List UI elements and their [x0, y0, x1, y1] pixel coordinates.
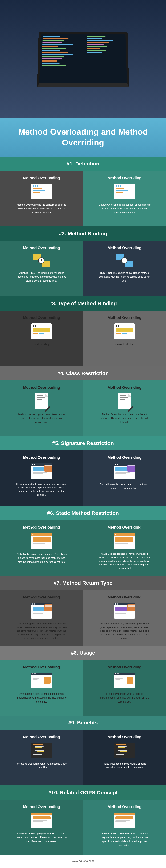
col-text: Closely knit with an inheritance: A chil…: [98, 832, 151, 847]
usage-icon: [31, 673, 52, 688]
static-icon: [31, 533, 52, 549]
compare-row-3: Method Overloading Static Binding Method…: [0, 311, 166, 366]
col-heading: Method Overloading: [23, 665, 60, 669]
col-text: Method overloading can be achieved in th…: [15, 412, 68, 424]
section-header-2: #2. Method Binding: [0, 226, 166, 241]
compare-col-left: Method Overloading Static Methods can be…: [0, 520, 83, 576]
main-title-bar: Method Overloading and Method Overriding: [0, 118, 166, 157]
col-text: Static Methods cannot be overridden. If …: [98, 552, 151, 570]
section-header-1: #1. Definition: [0, 157, 166, 171]
col-text: It is mostly done to write a specific im…: [98, 692, 151, 704]
col-heading: Method Overloading: [23, 595, 60, 599]
col-text: Increases program readability. Increases…: [15, 762, 68, 770]
note-icon: [118, 393, 131, 409]
col-text: Overloading is done to implement differe…: [15, 692, 68, 704]
section-title: #6. Static Method Restriction: [4, 510, 162, 516]
col-heading: Method Overloading: [23, 735, 60, 739]
compare-col-left: Method Overloading Increases program rea…: [0, 730, 83, 785]
col-heading: Method Overriding: [107, 735, 141, 739]
col-text: Closely knit with polymorphism: The same…: [15, 832, 68, 843]
col-heading: Method Overriding: [107, 455, 141, 460]
static-icon: [114, 533, 135, 549]
oops-icon: [114, 812, 135, 828]
col-heading: Method Overriding: [107, 246, 141, 250]
footer: www.educba.com: [0, 855, 166, 867]
col-heading: Method Overriding: [107, 595, 141, 599]
compare-col-left: Method Overloading Method Overloading is…: [0, 171, 83, 226]
col-heading: Method Overriding: [107, 665, 141, 669]
compare-col-left: Method Overloading Overloading is done t…: [0, 660, 83, 716]
section-header-10: #10. Related OOPS Concept: [0, 785, 166, 800]
section-title: #9. Benefits: [4, 720, 162, 726]
section-header-8: #8. Usage: [0, 646, 166, 660]
col-heading: Method Overloading: [23, 315, 60, 320]
signature-icon: [114, 463, 135, 479]
compare-row-10: Method Overloading Closely knit with pol…: [0, 800, 166, 855]
col-text: Overloaded methods must differ in their …: [15, 482, 68, 497]
compare-row-6: Method Overloading Static Methods can be…: [0, 520, 166, 576]
binding-icon: [116, 254, 133, 268]
col-text: The return type of overloaded methods do…: [15, 622, 68, 640]
binding-icon: [33, 254, 50, 268]
section-header-6: #6. Static Method Restriction: [0, 506, 166, 520]
usage-icon: [114, 673, 135, 688]
col-heading: Method Overriding: [107, 525, 141, 530]
compare-col-right: Method Overriding Closely knit with an i…: [83, 800, 166, 855]
compare-col-right: Method Overriding Helps write code logic…: [83, 730, 166, 785]
compare-col-right: Method Overriding Method Overriding is a…: [83, 380, 166, 436]
binding-type-icon: [114, 323, 135, 339]
section-header-4: #4. Class Restriction: [0, 366, 166, 380]
main-title: Method Overloading and Method Overriding: [7, 127, 159, 148]
col-heading: Method Overriding: [107, 805, 141, 809]
compare-col-left: Method Overloading Compile Time: The bin…: [0, 241, 83, 296]
col-heading: Method Overriding: [107, 315, 141, 320]
compare-row-1: Method Overloading Method Overloading is…: [0, 171, 166, 226]
compare-col-right: Method Overriding Overridden methods may…: [83, 590, 166, 646]
col-text: Dynamic Binding: [115, 343, 134, 346]
section-title: #5. Signature Restriction: [4, 440, 162, 446]
compare-col-right: Method Overriding It is mostly done to w…: [83, 660, 166, 716]
section-title: #4. Class Restriction: [4, 370, 162, 376]
compare-col-right: Method Overriding Run Time: The binding …: [83, 241, 166, 296]
return-type-icon: [31, 603, 52, 619]
col-text: Method Overloading is the concept of def…: [15, 203, 68, 215]
section-header-3: #3. Type of Method Binding: [0, 296, 166, 311]
section-title: #10. Related OOPS Concept: [4, 789, 162, 796]
code-icon: [114, 743, 135, 758]
col-text: Static Methods can be overloaded. This a…: [15, 552, 68, 564]
col-text: Overridden methods can have the exact sa…: [98, 482, 151, 490]
return-type-icon: [114, 603, 135, 619]
col-heading: Method Overloading: [23, 246, 60, 250]
col-text: Method Overriding is achieved in differe…: [98, 412, 151, 424]
section-title: #7. Method Return Type: [4, 580, 162, 586]
col-heading: Method Overriding: [107, 385, 141, 390]
col-heading: Method Overriding: [107, 176, 141, 180]
section-header-9: #9. Benefits: [0, 716, 166, 730]
compare-col-left: Method Overloading Closely knit with pol…: [0, 800, 83, 855]
section-header-5: #5. Signature Restriction: [0, 436, 166, 450]
compare-row-8: Method Overloading Overloading is done t…: [0, 660, 166, 716]
compare-col-right: Method Overriding Dynamic Binding: [83, 311, 166, 366]
compare-row-5: Method Overloading Overloaded methods mu…: [0, 450, 166, 506]
binding-type-icon: [31, 323, 52, 339]
compare-col-left: Method Overloading Method overloading ca…: [0, 380, 83, 436]
section-title: #2. Method Binding: [4, 230, 162, 237]
section-title: #3. Type of Method Binding: [4, 301, 162, 306]
oops-icon: [31, 812, 52, 828]
section-title: #8. Usage: [4, 650, 162, 656]
col-heading: Method Overloading: [23, 805, 60, 809]
window-icon: [31, 184, 52, 199]
col-text: Static Binding: [34, 343, 49, 346]
col-heading: Method Overloading: [23, 385, 60, 390]
col-text: Method Overriding is the concept of defi…: [98, 203, 151, 215]
compare-row-2: Method Overloading Compile Time: The bin…: [0, 241, 166, 296]
hero-image: [0, 0, 166, 118]
compare-col-right: Method Overriding Method Overriding is t…: [83, 171, 166, 226]
col-text: Compile Time: The binding of overloaded …: [15, 271, 68, 283]
compare-row-7: Method Overloading The return type of ov…: [0, 590, 166, 646]
section-header-7: #7. Method Return Type: [0, 576, 166, 590]
footer-url: www.educba.com: [72, 860, 94, 862]
col-heading: Method Overloading: [23, 455, 60, 460]
compare-col-right: Method Overriding Static Methods cannot …: [83, 520, 166, 576]
signature-icon: [31, 463, 52, 479]
